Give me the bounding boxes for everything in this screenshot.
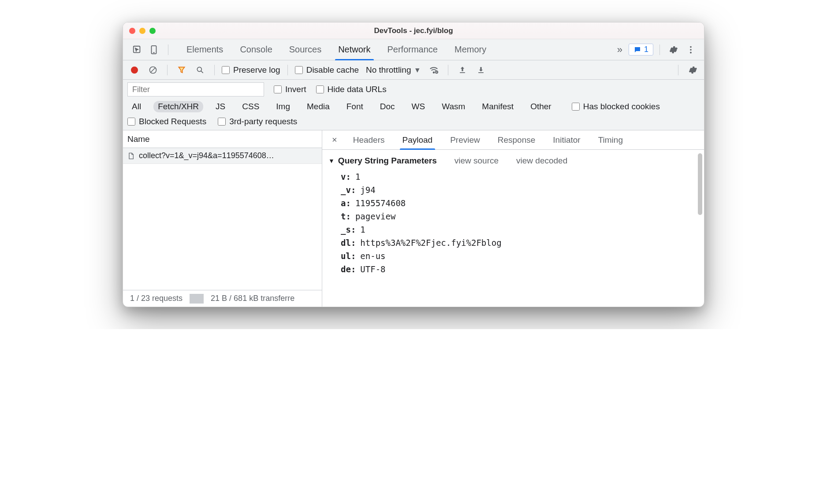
network-conditions-icon[interactable] (427, 63, 441, 77)
view-decoded-link[interactable]: view decoded (516, 156, 567, 166)
has-blocked-cookies-input[interactable] (572, 103, 580, 111)
filter-type-fetchxhr[interactable]: Fetch/XHR (153, 101, 203, 112)
svg-point-8 (197, 67, 201, 71)
messages-badge[interactable]: 1 (629, 44, 653, 56)
param-key: t: (341, 211, 351, 221)
section-title: Query String Parameters (338, 156, 437, 166)
third-party-input[interactable] (218, 118, 226, 126)
has-blocked-cookies-checkbox[interactable]: Has blocked cookies (572, 102, 660, 111)
filter-type-ws[interactable]: WS (407, 101, 430, 112)
throttling-select[interactable]: No throttling ▾ (363, 65, 422, 75)
blocked-requests-checkbox[interactable]: Blocked Requests (127, 117, 206, 126)
main-tabs: ElementsConsoleSourcesNetworkPerformance… (178, 39, 611, 60)
filter-input[interactable] (127, 82, 264, 96)
param-value: j94 (360, 185, 375, 195)
throttling-value: No throttling (366, 65, 411, 75)
params-list: v:1_v:j94a:1195574608t:pageview_s:1dl:ht… (328, 170, 698, 276)
filter-type-js[interactable]: JS (211, 101, 230, 112)
hide-data-urls-checkbox[interactable]: Hide data URLs (316, 85, 387, 94)
disable-cache-checkbox[interactable]: Disable cache (295, 65, 359, 75)
filter-type-wasm[interactable]: Wasm (437, 101, 469, 112)
tab-network[interactable]: Network (330, 39, 379, 60)
filter-type-all[interactable]: All (127, 101, 145, 112)
third-party-checkbox[interactable]: 3rd-party requests (218, 117, 297, 126)
request-row[interactable]: collect?v=1&_v=j94&a=1195574608… (123, 148, 322, 164)
blocked-requests-input[interactable] (127, 118, 135, 126)
filter-type-img[interactable]: Img (272, 101, 294, 112)
param-row: _v:j94 (341, 183, 698, 196)
tabs-overflow-icon[interactable]: » (612, 44, 628, 56)
chevron-down-icon: ▾ (415, 65, 420, 75)
hide-data-urls-input[interactable] (316, 85, 324, 93)
param-row: a:1195574608 (341, 196, 698, 210)
main-tabs-row: ElementsConsoleSourcesNetworkPerformance… (123, 39, 704, 60)
invert-input[interactable] (274, 85, 282, 93)
tab-console[interactable]: Console (231, 39, 280, 60)
svg-line-7 (151, 68, 155, 72)
settings-gear-icon[interactable] (666, 43, 680, 57)
device-toggle-icon[interactable] (147, 43, 161, 57)
divider (287, 65, 288, 75)
payload-body[interactable]: ▼ Query String Parameters view source vi… (322, 150, 704, 307)
tab-performance[interactable]: Performance (379, 39, 447, 60)
network-toolbar: Preserve log Disable cache No throttling… (123, 60, 704, 80)
request-name: collect?v=1&_v=j94&a=1195574608… (139, 151, 274, 160)
status-requests: 1 / 23 requests (123, 294, 190, 303)
more-menu-icon[interactable] (684, 43, 698, 57)
request-list[interactable]: collect?v=1&_v=j94&a=1195574608… (123, 148, 322, 290)
detail-tab-preview[interactable]: Preview (441, 130, 489, 150)
divider (659, 44, 660, 55)
param-value: pageview (355, 211, 396, 221)
param-value: UTF-8 (360, 264, 385, 274)
divider (678, 65, 678, 75)
param-value: 1195574608 (355, 198, 406, 208)
filter-type-media[interactable]: Media (302, 101, 334, 112)
filter-type-manifest[interactable]: Manifest (477, 101, 518, 112)
divider (448, 65, 448, 75)
record-button[interactable] (127, 63, 142, 77)
download-har-icon[interactable] (474, 63, 488, 77)
filter-type-doc[interactable]: Doc (376, 101, 399, 112)
tab-memory[interactable]: Memory (446, 39, 495, 60)
tab-elements[interactable]: Elements (178, 39, 231, 60)
name-column-header[interactable]: Name (123, 130, 322, 148)
close-detail-button[interactable]: × (325, 135, 344, 145)
invert-checkbox[interactable]: Invert (274, 85, 306, 94)
detail-pane: × HeadersPayloadPreviewResponseInitiator… (322, 130, 704, 307)
devtools-window: DevTools - jec.fyi/blog ElementsConsoleS… (123, 22, 704, 307)
detail-tab-headers[interactable]: Headers (344, 130, 394, 150)
param-row: dl:https%3A%2F%2Fjec.fyi%2Fblog (341, 236, 698, 249)
param-row: v:1 (341, 170, 698, 183)
titlebar: DevTools - jec.fyi/blog (123, 22, 704, 39)
filter-type-other[interactable]: Other (526, 101, 556, 112)
param-value: https%3A%2F%2Fjec.fyi%2Fblog (360, 238, 501, 248)
preserve-log-checkbox[interactable]: Preserve log (222, 65, 280, 75)
inspect-icon[interactable] (130, 43, 144, 57)
search-icon[interactable] (193, 63, 207, 77)
invert-label: Invert (285, 85, 306, 94)
svg-rect-13 (479, 72, 484, 73)
svg-point-10 (433, 72, 435, 73)
upload-har-icon[interactable] (455, 63, 469, 77)
disclosure-triangle-icon[interactable]: ▼ (328, 157, 335, 164)
scrollbar[interactable] (698, 153, 702, 215)
filter-type-css[interactable]: CSS (238, 101, 264, 112)
detail-tab-initiator[interactable]: Initiator (544, 130, 589, 150)
filter-type-font[interactable]: Font (342, 101, 368, 112)
param-key: a: (341, 198, 351, 208)
network-settings-gear-icon[interactable] (685, 63, 700, 77)
status-transfer: 21 B / 681 kB transferre (204, 294, 302, 303)
filter-icon[interactable] (175, 63, 189, 77)
divider (214, 65, 215, 75)
detail-tab-response[interactable]: Response (489, 130, 544, 150)
view-source-link[interactable]: view source (454, 156, 499, 166)
svg-line-9 (201, 71, 203, 73)
disable-cache-input[interactable] (295, 66, 303, 74)
detail-tab-timing[interactable]: Timing (589, 130, 632, 150)
divider (168, 44, 168, 55)
requests-pane: Name collect?v=1&_v=j94&a=1195574608… 1 … (123, 130, 322, 307)
clear-icon[interactable] (146, 63, 160, 77)
tab-sources[interactable]: Sources (281, 39, 330, 60)
preserve-log-input[interactable] (222, 66, 230, 74)
detail-tab-payload[interactable]: Payload (394, 130, 442, 150)
